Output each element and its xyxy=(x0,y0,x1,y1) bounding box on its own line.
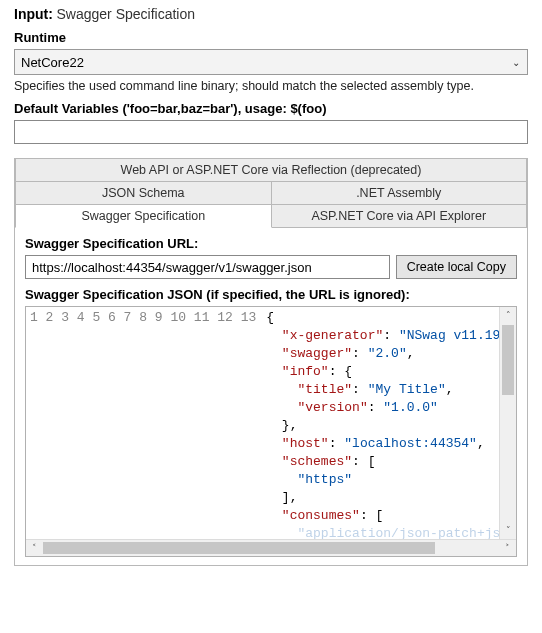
swagger-url-label: Swagger Specification URL: xyxy=(25,236,517,251)
tab-webapi-reflection[interactable]: Web API or ASP.NET Core via Reflection (… xyxy=(15,159,527,182)
horizontal-scroll-thumb[interactable] xyxy=(43,542,435,554)
tab-row-3: Swagger Specification ASP.NET Core via A… xyxy=(15,205,527,228)
swagger-url-row: Create local Copy xyxy=(25,255,517,279)
runtime-label: Runtime xyxy=(14,30,528,45)
input-header: Input: Swagger Specification xyxy=(14,6,528,22)
default-vars-input[interactable] xyxy=(14,120,528,144)
scroll-right-arrow-icon[interactable]: ˃ xyxy=(499,540,516,556)
horizontal-scrollbar[interactable]: ˂ ˃ xyxy=(26,539,516,556)
input-title: Swagger Specification xyxy=(57,6,196,22)
tab-aspnet-api-explorer[interactable]: ASP.NET Core via API Explorer xyxy=(272,205,528,228)
vertical-scroll-thumb[interactable] xyxy=(502,325,514,395)
tab-row-2: JSON Schema .NET Assembly xyxy=(15,182,527,205)
scroll-down-arrow-icon[interactable]: ˅ xyxy=(500,522,516,539)
tab-net-assembly[interactable]: .NET Assembly xyxy=(272,182,528,205)
runtime-select-wrap[interactable]: NetCore22 ⌄ xyxy=(14,49,528,75)
swagger-json-editor[interactable]: 1 2 3 4 5 6 7 8 9 10 11 12 13 { "x-gener… xyxy=(25,306,517,557)
line-gutter: 1 2 3 4 5 6 7 8 9 10 11 12 13 xyxy=(26,307,262,539)
scroll-up-arrow-icon[interactable]: ˄ xyxy=(500,307,516,324)
input-prefix: Input: xyxy=(14,6,53,22)
runtime-select[interactable]: NetCore22 xyxy=(14,49,528,75)
create-local-copy-button[interactable]: Create local Copy xyxy=(396,255,517,279)
code-area[interactable]: { "x-generator": "NSwag v11.19.2.0 (NJso… xyxy=(262,307,499,539)
swagger-json-label: Swagger Specification JSON (if specified… xyxy=(25,287,517,302)
runtime-help: Specifies the used command line binary; … xyxy=(14,79,528,93)
vertical-scrollbar[interactable]: ˄ ˅ xyxy=(499,307,516,539)
default-vars-label: Default Variables ('foo=bar,baz=bar'), u… xyxy=(14,101,528,116)
input-tabs: Web API or ASP.NET Core via Reflection (… xyxy=(14,158,528,566)
tab-body-swagger: Swagger Specification URL: Create local … xyxy=(15,228,527,565)
scroll-left-arrow-icon[interactable]: ˂ xyxy=(26,540,43,556)
tab-swagger-spec[interactable]: Swagger Specification xyxy=(15,205,272,228)
swagger-url-input[interactable] xyxy=(25,255,390,279)
tab-json-schema[interactable]: JSON Schema xyxy=(15,182,272,205)
tab-row-1: Web API or ASP.NET Core via Reflection (… xyxy=(15,159,527,182)
